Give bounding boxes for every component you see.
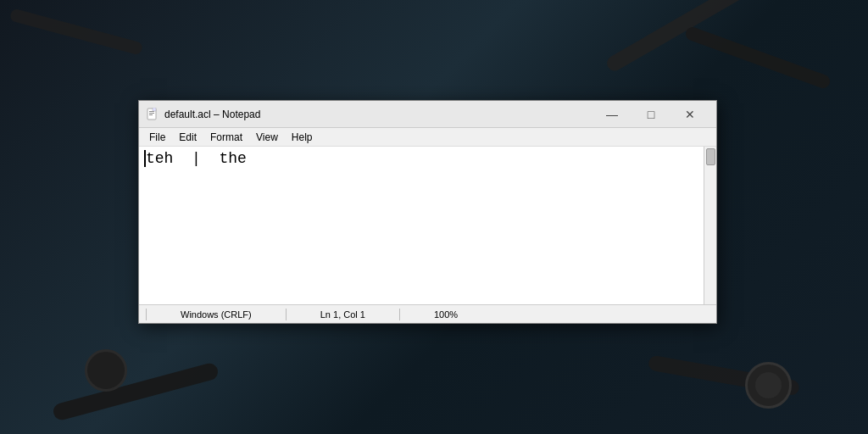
menu-help[interactable]: Help <box>285 130 320 145</box>
window-controls: — □ ✕ <box>593 101 709 128</box>
drone-motor-1-inner <box>755 372 782 398</box>
editor-area: teh | the <box>139 147 716 304</box>
menu-edit[interactable]: Edit <box>172 130 203 145</box>
notepad-window: default.acl – Notepad — □ ✕ File Edit Fo… <box>138 100 717 324</box>
minimize-button[interactable]: — <box>593 101 632 128</box>
status-line-ending: Windows (CRLF) <box>181 309 252 320</box>
svg-rect-2 <box>149 113 154 114</box>
titlebar: default.acl – Notepad — □ ✕ <box>139 101 716 128</box>
app-icon <box>146 108 159 121</box>
menu-view[interactable]: View <box>249 130 285 145</box>
status-zoom: 100% <box>434 309 458 320</box>
status-sep-1 <box>146 309 147 320</box>
status-position: Ln 1, Col 1 <box>320 309 365 320</box>
drone-motor-2 <box>85 349 127 392</box>
window-title: default.acl – Notepad <box>164 108 593 120</box>
drone-prop-4 <box>52 361 220 421</box>
status-sep-2 <box>286 309 287 320</box>
close-button[interactable]: ✕ <box>670 101 709 128</box>
svg-rect-3 <box>149 114 153 115</box>
drone-prop-2 <box>684 25 832 91</box>
menu-format[interactable]: Format <box>203 130 249 145</box>
drone-prop-1 <box>604 0 759 74</box>
drone-prop-3 <box>9 8 143 56</box>
menu-file[interactable]: File <box>142 130 172 145</box>
maximize-button[interactable]: □ <box>632 101 670 128</box>
scrollbar-thumb[interactable] <box>706 148 715 165</box>
scrollbar[interactable] <box>704 147 716 304</box>
editor-text: teh | the <box>146 150 247 167</box>
svg-rect-4 <box>153 108 156 111</box>
status-sep-3 <box>399 309 400 320</box>
menubar: File Edit Format View Help <box>139 128 716 147</box>
statusbar: Windows (CRLF) Ln 1, Col 1 100% <box>139 304 716 323</box>
editor-content[interactable]: teh | the <box>139 147 704 304</box>
